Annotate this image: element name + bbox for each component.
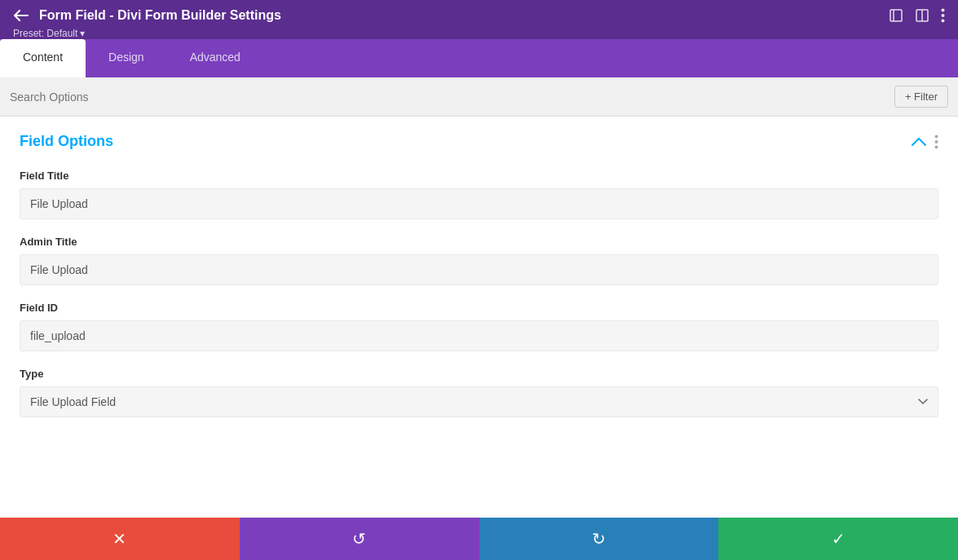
preset-label: Preset: Default	[13, 28, 77, 39]
undo-button[interactable]: ↺	[240, 518, 479, 560]
svg-point-9	[935, 145, 938, 148]
type-select[interactable]: File Upload Field Text Field Email Field…	[20, 386, 938, 417]
layout-button[interactable]	[915, 8, 929, 23]
redo-icon: ↻	[592, 529, 606, 549]
header-left: Form Field - Divi Form Builder Settings	[13, 8, 281, 23]
save-icon: ✓	[832, 529, 845, 549]
tabs-bar: Content Design Advanced	[0, 39, 958, 77]
undo-icon: ↺	[352, 529, 366, 549]
admin-title-input[interactable]	[20, 254, 938, 285]
svg-point-5	[942, 14, 945, 17]
preset-chevron-icon: ▾	[80, 28, 85, 39]
header-right	[889, 8, 945, 23]
section-actions	[912, 134, 938, 149]
field-id-group: Field ID	[20, 302, 938, 351]
filter-button[interactable]: + Filter	[894, 86, 948, 108]
section-title: Field Options	[20, 133, 113, 150]
field-title-label: Field Title	[20, 170, 938, 182]
cancel-icon: ✕	[113, 529, 126, 549]
section-header: Field Options	[20, 133, 938, 150]
redo-button[interactable]: ↻	[479, 518, 719, 560]
svg-rect-0	[890, 10, 902, 21]
admin-title-group: Admin Title	[20, 236, 938, 285]
header: Form Field - Divi Form Builder Settings	[0, 0, 958, 39]
search-input[interactable]	[10, 90, 888, 104]
svg-point-8	[935, 140, 938, 143]
more-options-button[interactable]	[941, 8, 945, 23]
preset-selector[interactable]: Preset: Default ▾	[13, 28, 945, 39]
svg-point-4	[942, 9, 945, 12]
section-collapse-button[interactable]	[912, 137, 926, 147]
save-button[interactable]: ✓	[718, 518, 958, 560]
back-button[interactable]	[13, 9, 29, 22]
header-top: Form Field - Divi Form Builder Settings	[13, 8, 945, 28]
section-more-button[interactable]	[934, 134, 938, 149]
svg-point-7	[935, 134, 938, 138]
tab-content[interactable]: Content	[0, 39, 86, 77]
type-label: Type	[20, 368, 938, 380]
header-title: Form Field - Divi Form Builder Settings	[39, 8, 281, 23]
type-group: Type File Upload Field Text Field Email …	[20, 368, 938, 417]
admin-title-label: Admin Title	[20, 236, 938, 248]
tab-advanced[interactable]: Advanced	[167, 39, 263, 77]
cancel-button[interactable]: ✕	[0, 518, 240, 560]
search-bar: + Filter	[0, 77, 958, 117]
main-content: Field Options Field Title Admin Title	[0, 117, 958, 520]
field-title-input[interactable]	[20, 188, 938, 219]
svg-point-6	[942, 20, 945, 23]
field-title-group: Field Title	[20, 170, 938, 219]
field-id-input[interactable]	[20, 320, 938, 351]
bottom-toolbar: ✕ ↺ ↻ ✓	[0, 518, 958, 560]
resize-button[interactable]	[889, 8, 903, 23]
field-id-label: Field ID	[20, 302, 938, 314]
tab-design[interactable]: Design	[86, 39, 167, 77]
